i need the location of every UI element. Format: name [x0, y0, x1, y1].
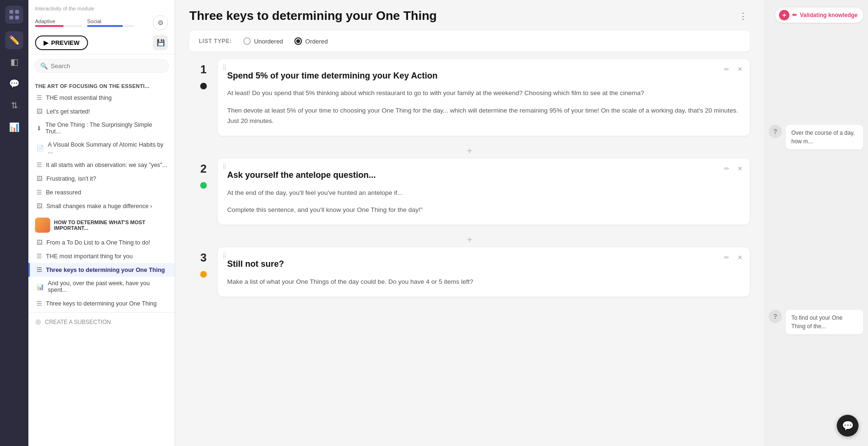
question-icon-1: ?: [769, 125, 782, 138]
sidebar-item-get-started[interactable]: 🖼 Let's get started!: [28, 105, 175, 118]
nav-layers-icon[interactable]: ◧: [5, 53, 23, 71]
save-button[interactable]: 💾: [153, 35, 168, 50]
card-2: ⣿ ✏ ✕ Ask yourself the antelope question…: [218, 158, 750, 225]
card-3-edit-button[interactable]: ✏: [721, 252, 732, 262]
preview-label: PREVIEW: [51, 39, 80, 46]
drag-handle-3[interactable]: ⣿: [222, 252, 227, 259]
svg-rect-1: [15, 10, 19, 14]
card-col-1: ⣿ ✏ ✕ Spend 5% of your time determining …: [218, 59, 750, 136]
card-3: ⣿ ✏ ✕ Still not sure? Make a list of wha…: [218, 247, 750, 297]
svg-rect-2: [9, 16, 13, 19]
nav-edit-icon[interactable]: ✏️: [5, 31, 23, 49]
unordered-option[interactable]: Unordered: [243, 37, 283, 45]
adaptive-slider-group: Adaptive: [35, 18, 82, 27]
validating-label: Validating knowledge: [800, 12, 858, 18]
search-box: 🔍: [34, 59, 169, 73]
card-2-close-button[interactable]: ✕: [735, 163, 745, 174]
sidebar-item-label: Frustrating, isn't it?: [46, 175, 96, 182]
number-col-2: 2: [189, 158, 218, 189]
drag-handle-1[interactable]: ⣿: [222, 64, 227, 70]
sidebar-item-atomic-habits[interactable]: 📄 A Visual Book Summary of Atomic Habits…: [28, 138, 175, 158]
card-1-para-1: At least! Do you spend that 5% thinking …: [227, 88, 740, 98]
sidebar-item-one-thing-book[interactable]: ⬇ The One Thing : The Surprisingly Simpl…: [28, 118, 175, 138]
question-card-1: ? Over the course of a day, how m...: [769, 125, 863, 149]
sidebar-item-label: It all starts with an observation: we sa…: [46, 162, 167, 168]
preview-row: ▶ PREVIEW 💾: [35, 35, 168, 50]
settings-button[interactable]: ⚙: [153, 15, 168, 30]
sidebar-item-frustrating[interactable]: 🖼 Frustrating, isn't it?: [28, 172, 175, 185]
sidebar-item-most-essential[interactable]: ☰ THE most essential thing: [28, 91, 175, 105]
list-icon2: ☰: [36, 161, 42, 168]
card-row-1: 1 ⣿ ✏ ✕ Spend 5% of your time determinin…: [189, 59, 750, 136]
sidebar-item-reassured[interactable]: ☰ Be reassured: [28, 185, 175, 199]
card-2-para-2: Complete this sentence, and you'll know …: [227, 205, 740, 215]
main-content: Three keys to determining your One Thing…: [175, 0, 764, 446]
question-bubble-1[interactable]: Over the course of a day, how m...: [786, 125, 863, 149]
adaptive-label: Adaptive: [35, 18, 82, 24]
question-bubble-2[interactable]: To find out your One Thing of the...: [786, 310, 863, 334]
add-between-2-3[interactable]: +: [189, 232, 750, 247]
validating-badge: + ✏ Validating knowledge: [775, 8, 863, 23]
sidebar-item-small-changes[interactable]: 🖼 Small changes make a huge difference ›: [28, 199, 175, 213]
card-1-close-button[interactable]: ✕: [735, 64, 745, 74]
ordered-option[interactable]: Ordered: [294, 37, 328, 45]
svg-rect-3: [15, 16, 19, 19]
number-col-3: 3: [189, 247, 218, 278]
card-1-para-2: Then devote at least 5% of your time to …: [227, 105, 740, 127]
sidebar-item-past-week[interactable]: 📊 And you, over the past week, have you …: [28, 277, 175, 297]
download-icon: ⬇: [36, 125, 42, 132]
sidebar-item-from-todo[interactable]: 🖼 From a To Do List to a One Thing to do…: [28, 236, 175, 249]
nav-analytics-icon[interactable]: 📊: [5, 118, 23, 136]
app-logo[interactable]: [5, 6, 23, 24]
chat-support-button[interactable]: 💬: [837, 415, 859, 437]
social-slider[interactable]: [87, 25, 134, 27]
card-row-3: 3 ⣿ ✏ ✕ Still not sure? Make a list of w…: [189, 247, 750, 297]
image-icon: 🖼: [36, 108, 43, 115]
card-2-title: Ask yourself the antelope question...: [227, 170, 740, 181]
card-1-actions: ✏ ✕: [721, 64, 745, 74]
card-col-3: ⣿ ✏ ✕ Still not sure? Make a list of wha…: [218, 247, 750, 297]
section2-thumbnail: [35, 218, 50, 233]
sidebar-item-label: THE most essential thing: [46, 95, 112, 101]
drag-handle-2[interactable]: ⣿: [222, 163, 227, 170]
unordered-radio[interactable]: [243, 37, 251, 45]
sidebar-item-label: Let's get started!: [46, 108, 90, 115]
ordered-radio[interactable]: [294, 37, 302, 45]
card-2-edit-button[interactable]: ✏: [721, 163, 732, 174]
list-number-2: 2: [200, 163, 206, 175]
badge-pencil-icon: ✏: [792, 12, 797, 18]
sidebar-item-observation[interactable]: ☰ It all starts with an observation: we …: [28, 158, 175, 172]
sidebar-item-label: From a To Do List to a One Thing to do!: [46, 239, 150, 246]
sidebar-item-label: Three keys to determining your One Thing: [46, 267, 165, 273]
more-options-button[interactable]: ⋮: [736, 9, 750, 23]
sidebar: Interactivity of the module Adaptive Soc…: [28, 0, 175, 446]
adaptive-slider[interactable]: [35, 25, 82, 27]
ordered-label: Ordered: [305, 38, 328, 45]
sidebar-item-label: Three keys to determining your One Thing: [46, 300, 157, 307]
sidebar-item-most-important[interactable]: ☰ THE most important thing for you: [28, 249, 175, 263]
preview-button[interactable]: ▶ PREVIEW: [35, 35, 88, 50]
sidebar-item-three-keys-2[interactable]: ☰ Three keys to determining your One Thi…: [28, 297, 175, 310]
list-icon4: ☰: [36, 253, 42, 260]
sidebar-item-three-keys-active[interactable]: ☰ Three keys to determining your One Thi…: [28, 263, 175, 277]
sidebar-item-label: Be reassured: [46, 189, 81, 196]
search-input[interactable]: [51, 62, 163, 70]
main-header: Three keys to determining your One Thing…: [189, 0, 750, 31]
question-card-2: ? To find out your One Thing of the...: [769, 310, 863, 334]
list-type-label: LIST TYPE:: [199, 38, 232, 44]
card-1-edit-button[interactable]: ✏: [721, 64, 732, 74]
card-2-actions: ✏ ✕: [721, 163, 745, 174]
sidebar-item-label: A Visual Book Summary of Atomic Habits b…: [48, 141, 168, 155]
nav-share-icon[interactable]: ⇅: [5, 96, 23, 114]
sidebar-item-label: Small changes make a huge difference ›: [46, 203, 152, 210]
badge-plus-icon: +: [779, 10, 789, 20]
chart-icon: 📊: [36, 283, 44, 290]
create-subsection-button[interactable]: ⊕ CREATE A SUBSECTION: [28, 312, 175, 331]
image-icon3: 🖼: [36, 202, 43, 210]
card-3-close-button[interactable]: ✕: [735, 252, 745, 262]
add-between-1-2[interactable]: +: [189, 143, 750, 158]
list-icon: ☰: [36, 94, 42, 101]
number-col-1: 1: [189, 59, 218, 89]
nav-chat-icon[interactable]: 💬: [5, 75, 23, 93]
sidebar-list: THE ART OF FOCUSING ON THE ESSENTI... ☰ …: [28, 78, 175, 446]
